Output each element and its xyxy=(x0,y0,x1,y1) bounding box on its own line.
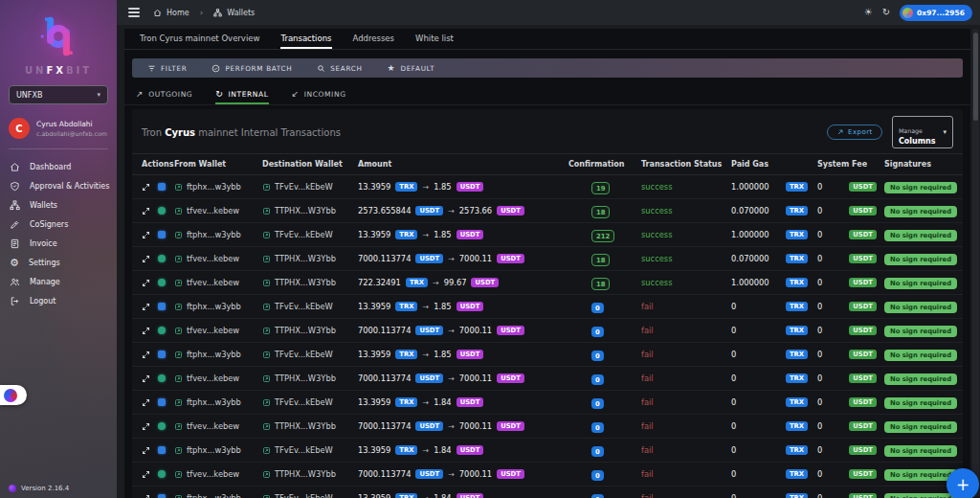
tab-addresses[interactable]: Addresses xyxy=(353,29,395,49)
expand-icon[interactable] xyxy=(142,183,150,192)
sidebar-item-wallets[interactable]: Wallets xyxy=(0,195,117,215)
from-wallet-address[interactable]: tfvev...kebew xyxy=(187,206,239,215)
from-wallet-address[interactable]: ftphx...w3ybb xyxy=(187,182,241,192)
sidebar-item-cosigners[interactable]: CoSigners xyxy=(0,215,117,234)
open-address-icon[interactable] xyxy=(262,327,271,335)
destination-wallet-address[interactable]: TFvEv...kEbeW xyxy=(275,302,333,311)
open-address-icon[interactable] xyxy=(174,231,183,239)
table-row[interactable]: tfvev...kebew TTPHX...W3Ybb 7000.113774 … xyxy=(132,367,963,391)
open-address-icon[interactable] xyxy=(174,279,183,287)
tab-incoming[interactable]: ↙ INCOMING xyxy=(292,85,346,104)
from-wallet-address[interactable]: tfvev...kebew xyxy=(187,469,239,479)
destination-wallet-address[interactable]: TTPHX...W3Ybb xyxy=(275,278,336,287)
breadcrumb-section[interactable]: Wallets xyxy=(227,9,255,17)
open-address-icon[interactable] xyxy=(262,446,271,455)
from-wallet-address[interactable]: ftphx...w3ybb xyxy=(187,302,241,311)
table-row[interactable]: tfvev...kebew TTPHX...W3Ybb 7000.113774 … xyxy=(132,319,963,343)
open-address-icon[interactable] xyxy=(262,374,271,383)
expand-icon[interactable] xyxy=(142,446,150,455)
tab-internal[interactable]: ↻ INTERNAL xyxy=(215,85,268,104)
connected-wallet-button[interactable]: 0x97...2956 xyxy=(900,5,972,21)
tab-transactions[interactable]: Transactions xyxy=(280,29,331,49)
from-wallet-address[interactable]: tfvev...kebew xyxy=(187,254,239,263)
table-row[interactable]: ftphx...w3ybb TFvEv...kEbeW 13.3959 TRX … xyxy=(132,439,963,463)
destination-wallet-address[interactable]: TTPHX...W3Ybb xyxy=(275,254,336,263)
table-row[interactable]: ftphx...w3ybb TFvEv...kEbeW 13.3959 TRX … xyxy=(132,343,963,367)
expand-icon[interactable] xyxy=(142,494,150,498)
open-address-icon[interactable] xyxy=(174,207,183,215)
sidebar-item-invoice[interactable]: Invoice xyxy=(0,234,117,253)
expand-icon[interactable] xyxy=(142,422,150,431)
expand-icon[interactable] xyxy=(142,231,150,239)
sidebar-item-manage[interactable]: Manage xyxy=(0,272,117,291)
table-row[interactable]: tfvev...kebew TTPHX...W3Ybb 722.32491 TR… xyxy=(132,271,963,295)
table-row[interactable]: tfvev...kebew TTPHX...W3Ybb 7000.113774 … xyxy=(132,463,963,487)
vertical-scrollbar[interactable] xyxy=(972,29,979,497)
open-address-icon[interactable] xyxy=(174,374,183,383)
search-button[interactable]: SEARCH xyxy=(317,64,362,73)
from-wallet-address[interactable]: tfvev...kebew xyxy=(187,374,239,383)
open-address-icon[interactable] xyxy=(174,327,183,335)
expand-icon[interactable] xyxy=(142,351,150,359)
open-address-icon[interactable] xyxy=(174,183,183,192)
open-address-icon[interactable] xyxy=(262,207,271,215)
open-address-icon[interactable] xyxy=(174,351,183,359)
theme-toggle-icon[interactable]: ☀ xyxy=(864,8,873,17)
destination-wallet-address[interactable]: TFvEv...kEbeW xyxy=(275,493,333,498)
from-wallet-address[interactable]: ftphx...w3ybb xyxy=(187,350,241,359)
expand-icon[interactable] xyxy=(142,470,150,479)
filter-button[interactable]: FILTER xyxy=(147,64,187,73)
organization-select[interactable]: UNFXB ▾ xyxy=(9,85,108,104)
sidebar-item-settings[interactable]: ⚙ Settings xyxy=(0,253,117,272)
manage-columns-select[interactable]: Manage Columns ▾ xyxy=(892,116,953,148)
sidebar-item-logout[interactable]: Logout xyxy=(0,291,117,310)
from-wallet-address[interactable]: ftphx...w3ybb xyxy=(187,397,241,407)
add-fab-button[interactable]: + xyxy=(947,468,979,498)
open-address-icon[interactable] xyxy=(262,470,271,479)
table-row[interactable]: tfvev...kebew TTPHX...W3Ybb 2573.655844 … xyxy=(132,199,963,223)
open-address-icon[interactable] xyxy=(262,494,271,498)
tab-white-list[interactable]: White list xyxy=(415,29,454,49)
destination-wallet-address[interactable]: TTPHX...W3Ybb xyxy=(275,469,336,479)
destination-wallet-address[interactable]: TTPHX...W3Ybb xyxy=(275,206,336,215)
from-wallet-address[interactable]: ftphx...w3ybb xyxy=(187,445,241,455)
open-address-icon[interactable] xyxy=(262,255,271,263)
scrollbar-thumb[interactable] xyxy=(973,33,978,121)
table-row[interactable]: ftphx...w3ybb TFvEv...kEbeW 13.3959 TRX … xyxy=(132,391,963,415)
export-button[interactable]: Export xyxy=(827,124,882,140)
expand-icon[interactable] xyxy=(142,207,150,215)
table-row[interactable]: ftphx...w3ybb TFvEv...kEbeW 13.3959 TRX … xyxy=(132,295,963,319)
destination-wallet-address[interactable]: TTPHX...W3Ybb xyxy=(275,421,336,431)
destination-wallet-address[interactable]: TFvEv...kEbeW xyxy=(275,182,333,192)
widget-launcher-button[interactable] xyxy=(0,385,27,405)
expand-icon[interactable] xyxy=(142,327,150,335)
tab-outgoing[interactable]: ↗ OUTGOING xyxy=(136,85,192,104)
destination-wallet-address[interactable]: TFvEv...kEbeW xyxy=(275,230,333,239)
destination-wallet-address[interactable]: TFvEv...kEbeW xyxy=(275,397,333,407)
user-profile[interactable]: C Cyrus Abdollahi c.abdollahi@unfxb.com xyxy=(9,118,108,149)
open-address-icon[interactable] xyxy=(262,351,271,359)
destination-wallet-address[interactable]: TTPHX...W3Ybb xyxy=(275,326,336,335)
tab-overview[interactable]: Tron Cyrus mainnet Overview xyxy=(140,29,259,49)
table-row[interactable]: ftphx...w3ybb TFvEv...kEbeW 13.3959 TRX … xyxy=(132,175,963,199)
from-wallet-address[interactable]: tfvev...kebew xyxy=(187,421,239,431)
table-row[interactable]: tfvev...kebew TTPHX...W3Ybb 7000.113774 … xyxy=(132,415,963,439)
open-address-icon[interactable] xyxy=(262,183,271,192)
expand-icon[interactable] xyxy=(142,303,150,311)
from-wallet-address[interactable]: tfvev...kebew xyxy=(187,278,239,287)
table-row[interactable]: ftphx...w3ybb TFvEv...kEbeW 13.3959 TRX … xyxy=(132,487,963,498)
open-address-icon[interactable] xyxy=(174,255,183,263)
expand-icon[interactable] xyxy=(142,255,150,263)
open-address-icon[interactable] xyxy=(174,470,183,479)
expand-icon[interactable] xyxy=(142,279,150,287)
table-row[interactable]: ftphx...w3ybb TFvEv...kEbeW 13.3959 TRX … xyxy=(132,223,963,247)
open-address-icon[interactable] xyxy=(174,446,183,455)
breadcrumb-home[interactable]: Home xyxy=(167,9,189,17)
destination-wallet-address[interactable]: TFvEv...kEbeW xyxy=(275,445,333,455)
expand-icon[interactable] xyxy=(142,374,150,383)
destination-wallet-address[interactable]: TFvEv...kEbeW xyxy=(275,350,333,359)
open-address-icon[interactable] xyxy=(262,422,271,431)
open-address-icon[interactable] xyxy=(262,279,271,287)
perform-batch-button[interactable]: PERFORM BATCH xyxy=(212,64,292,73)
table-row[interactable]: tfvev...kebew TTPHX...W3Ybb 7000.113774 … xyxy=(132,247,963,271)
